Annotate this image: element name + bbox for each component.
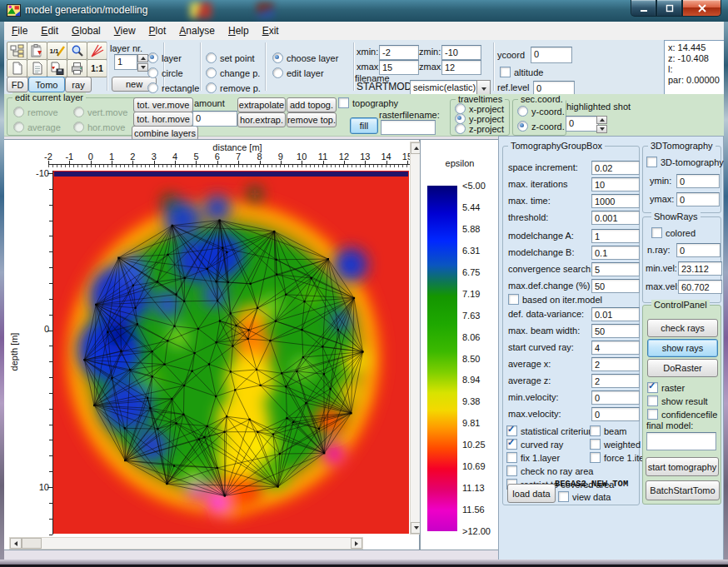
button-show-rays[interactable]: show rays [647, 339, 718, 357]
tree-view-icon[interactable] [7, 42, 27, 60]
edit-scale-icon[interactable]: 1/1 [47, 42, 67, 60]
maximize-button[interactable] [656, 0, 682, 17]
field-max-time[interactable]: 1000 [591, 194, 640, 208]
radio-rectangle[interactable] [147, 82, 158, 93]
paste-icon[interactable] [27, 42, 47, 60]
menu-item-exit[interactable]: Exit [256, 22, 286, 39]
radio-layer[interactable] [147, 52, 158, 63]
mode-button-tomo[interactable]: Tomo [28, 77, 65, 92]
button-add-topog[interactable]: add topog. [287, 97, 337, 112]
field-max-beam-width[interactable]: 50 [591, 324, 640, 338]
field-start-curved-ray[interactable]: 4 [591, 341, 640, 355]
shot-up-button[interactable] [596, 116, 607, 124]
menu-item-plot[interactable]: Plot [142, 22, 173, 39]
nray-field[interactable]: 0 [676, 243, 721, 257]
checkbox-weighted-beam[interactable] [590, 439, 601, 450]
field-average-x[interactable]: 2 [591, 357, 640, 371]
mode-button-fd[interactable]: FD [7, 77, 28, 92]
tomo3d-row[interactable]: 3D-tomography [646, 157, 724, 167]
save-file-icon[interactable] [47, 59, 67, 77]
radio-change-p[interactable] [206, 67, 217, 78]
topography-checkbox[interactable] [338, 97, 349, 108]
radio-z-coord[interactable] [517, 121, 528, 132]
field-max-def-change[interactable]: 50 [591, 279, 640, 293]
based-on-iter-row[interactable]: based on iter.model [508, 294, 602, 305]
colored-row[interactable]: colored [651, 227, 696, 238]
checkbox-fix-1-layer[interactable] [506, 452, 517, 463]
final-model-field[interactable] [646, 432, 716, 450]
field-modelchange-b[interactable]: 0.1 [591, 246, 640, 260]
close-button[interactable] [682, 0, 721, 17]
open-file-icon[interactable] [27, 59, 47, 77]
ycoord-field[interactable]: 0 [531, 47, 572, 63]
maxvel-field[interactable]: 60.702 [678, 280, 722, 294]
fill-button[interactable]: fill [350, 117, 378, 134]
one-to-one-button[interactable]: 1:1 [87, 59, 107, 77]
checkbox-force-1-iter[interactable] [590, 452, 601, 463]
field-threshold[interactable]: 0.001 [591, 211, 640, 225]
zoom-icon[interactable] [67, 42, 87, 60]
scrollbar-thumb[interactable] [22, 538, 42, 549]
rasterfilename-field[interactable] [381, 120, 436, 135]
field-max-iterations[interactable]: 10 [591, 177, 640, 191]
amount-field[interactable]: 0 [192, 111, 237, 127]
zmax-field[interactable]: 12 [441, 60, 481, 75]
radio-circle[interactable] [147, 67, 158, 78]
button-remove-top[interactable]: remove top. [287, 112, 337, 127]
shot-down-button[interactable] [596, 125, 607, 133]
menu-item-analyse[interactable]: Analyse [172, 22, 222, 39]
menu-item-help[interactable]: Help [222, 22, 256, 39]
button-extrapolate[interactable]: extrapolate [237, 97, 286, 112]
xmin-field[interactable]: -2 [379, 45, 419, 60]
menu-item-edit[interactable]: Edit [34, 22, 65, 39]
field-average-z[interactable]: 2 [591, 374, 640, 388]
load-data-button[interactable]: load data [507, 484, 556, 503]
button-tot-hor-move[interactable]: tot. hor.move [133, 112, 193, 127]
checkbox-beam[interactable] [590, 425, 601, 436]
tomo3d-checkbox[interactable] [646, 157, 657, 167]
field-space-increment[interactable]: 0.02 [591, 161, 640, 175]
layer-nr-field[interactable]: 1 [114, 54, 137, 70]
button-doraster[interactable]: DoRaster [647, 359, 718, 377]
ymax-field[interactable]: 0 [676, 192, 720, 206]
radio-y-coord[interactable] [517, 106, 528, 117]
topography-row[interactable]: topography [338, 97, 398, 108]
checkbox-confidencefile[interactable] [647, 409, 658, 420]
checkbox-curved-ray[interactable] [506, 439, 517, 450]
scroll-left-button[interactable] [10, 538, 22, 549]
minimize-button[interactable] [631, 0, 656, 17]
field-max-velocity[interactable]: 0 [591, 407, 640, 421]
field-def-data-variance[interactable]: 0.01 [591, 307, 640, 321]
ymin-field[interactable]: 0 [676, 174, 720, 188]
checkbox-raster[interactable] [647, 382, 658, 393]
altitude-row[interactable]: altitude [500, 67, 543, 77]
print-icon[interactable] [67, 59, 87, 77]
field-convergence-search[interactable]: 5 [591, 262, 640, 276]
radio-set-point[interactable] [206, 52, 217, 63]
menu-item-file[interactable]: File [5, 22, 34, 39]
radio-remove-p[interactable] [206, 82, 217, 93]
scroll-right-button[interactable] [351, 538, 362, 549]
radio-choose-layer[interactable] [272, 52, 283, 63]
view-data-checkbox[interactable] [558, 491, 569, 502]
checkbox-show-result[interactable] [647, 395, 658, 406]
altitude-checkbox[interactable] [500, 67, 511, 77]
new-file-icon[interactable] [7, 59, 27, 77]
checkbox-check-no-ray-area[interactable] [506, 465, 517, 476]
plot-horizontal-scrollbar[interactable] [9, 537, 363, 550]
radio-z-project[interactable] [455, 123, 466, 134]
button-check-rays[interactable]: check rays [647, 319, 718, 337]
radio-edit-layer[interactable] [272, 67, 283, 78]
button-tot-ver-move[interactable]: tot. ver.move [133, 97, 193, 112]
menu-item-view[interactable]: View [107, 22, 142, 39]
minvel-field[interactable]: 23.112 [678, 261, 722, 276]
field-modelchange-a[interactable]: 1 [591, 229, 640, 243]
rays-icon[interactable] [87, 42, 107, 60]
view-data-row[interactable]: view data [558, 491, 611, 502]
batch-start-tomo-button[interactable]: BatchStartTomo [646, 480, 720, 500]
zmin-field[interactable]: -10 [441, 45, 481, 60]
checkbox-statistical-criterium[interactable] [506, 425, 517, 436]
field-min-velocity[interactable]: 0 [591, 390, 640, 405]
start-tomography-button[interactable]: start tomography [646, 457, 719, 476]
mode-button-ray[interactable]: ray [65, 77, 92, 92]
